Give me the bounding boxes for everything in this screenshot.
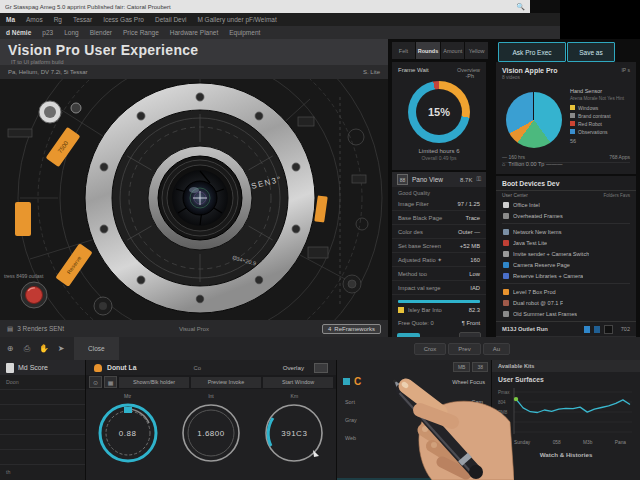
phone-icon: -Ph [465,73,474,79]
address-text[interactable]: Gr Stasspag Ameg 5.0 apprint Published f… [5,4,516,10]
menu-item[interactable]: Detail Devi [155,16,186,23]
panel-menu-icon[interactable] [314,363,328,373]
target-icon[interactable]: ⊕ [3,341,17,356]
ask-pro-exec-button[interactable]: Ask Pro Exec [498,42,566,62]
printer-icon[interactable]: ⎙ [20,341,34,356]
score-row[interactable] [0,435,85,450]
svg-text:0Gm: 0Gm [498,420,508,425]
grid-view-icon[interactable]: ▦ [104,376,117,388]
blue-flag-icon[interactable] [584,326,590,333]
hand-panel-row[interactable]: Gray720p [343,417,485,423]
device-row[interactable]: Overheated Frames [496,210,636,221]
chart-header: Available Kits [492,360,640,372]
bar-value-row: Isley Bar Into82.3 [392,303,486,316]
close-tab[interactable]: Close [74,337,119,360]
menu-item[interactable]: Tessar [73,16,92,23]
prop-row[interactable]: Image Filter97 / 1.25 [392,197,486,211]
device-row[interactable]: Dual robot @ 07.1 F [496,297,636,308]
device-row[interactable]: Java Test Lite [496,237,636,248]
gauge-dial[interactable]: Int 1.6800 [173,393,249,466]
menu-item[interactable]: Amos [26,16,43,23]
legend-item[interactable]: Brand contrast [570,113,632,119]
score-row[interactable]: Doon [0,375,85,390]
donut-caption-2: Overall 0.49 fps [392,155,486,161]
device-row[interactable]: Level 7 Box Prod [496,286,636,297]
prop-row[interactable]: Color desOuter — [392,225,486,239]
gauge-dial[interactable]: Km 391C3 [256,393,332,466]
prop-row[interactable]: Base Black PageTrace [392,211,486,225]
device-row[interactable]: Camera Reserve Page [496,259,636,270]
tab-rounds[interactable]: Rounds [416,42,440,59]
device-row[interactable]: Old Summer Last Frames [496,308,636,319]
browser-address-bar[interactable]: Gr Stasspag Ameg 5.0 apprint Published f… [0,0,530,13]
chart-title: User Surfaces [492,372,640,383]
score-row[interactable] [0,420,85,435]
hand-panel-row[interactable]: SortCam [343,399,485,405]
menu-item[interactable]: Equipment [229,29,260,36]
gauge-tab[interactable]: Start Window [263,377,333,388]
device-row[interactable]: Office Intel [496,199,636,210]
c-logo: C [354,376,361,387]
prop-row[interactable]: Impact val sergeIAD [392,281,486,295]
au-button[interactable]: Au [483,343,510,355]
viewer-toolbar-right[interactable]: S. Lite [363,69,380,75]
menu-item[interactable]: Price Range [123,29,159,36]
gauge-tab[interactable]: Preview Invoke [191,377,261,388]
menu-item[interactable]: Icess Gas Pro [103,16,144,23]
legend-count: 56 [570,138,632,144]
menu-item[interactable]: Hardware Planet [170,29,218,36]
tab-yellow[interactable]: Yellow [465,42,488,59]
pie-bottom-row[interactable]: ⌂ Trillion 0.00 Tp ——— [502,161,562,167]
hand-panel-row[interactable]: WebVitae [343,435,485,441]
legend-item[interactable]: Red Robot [570,121,632,127]
menu-item[interactable]: Blender [90,29,112,36]
reframe-button[interactable]: 4ReFrameworks [322,324,381,334]
lock-icon[interactable]: ⚿ [476,176,481,183]
pie-title: Vision Apple Pro [502,67,621,74]
search-icon[interactable]: 🔍 [516,3,525,11]
num-button[interactable]: 38 [472,362,488,372]
menu-item[interactable]: p23 [42,29,53,36]
viewer-toolbar-items[interactable]: Pa, Helium, DV 7.2i, 5i Tessar [8,69,363,75]
tab-felt[interactable]: Felt [392,42,415,59]
camera-lens-viewport[interactable]: 7500 Reserve [0,79,388,320]
legend-item[interactable]: Observations [570,129,632,135]
device-row[interactable]: Reserve Libraries + Camera [496,270,636,281]
frame-wait-card: Frame Wait Overview 15% -Ph Limited hour… [392,62,486,170]
prev-button[interactable]: Prev [448,343,480,355]
gauge-tab[interactable]: Shown/Blk holder [119,377,189,388]
hand-tool-icon[interactable]: ✋ [37,341,51,356]
save-as-button[interactable]: Save as [567,42,615,62]
bottom-toolbar: ⊕ ⎙ ✋ ➤ Close Crox Prev Au [0,337,640,360]
menu-item[interactable]: Rg [54,16,62,23]
score-row[interactable] [0,390,85,405]
mb-button[interactable]: MB [453,362,471,372]
prop-row[interactable]: Adjusted Ratio ✦160 [392,253,486,267]
anchor-icon[interactable] [604,325,613,334]
prop-row[interactable]: Set base Screen+52 MB [392,239,486,253]
pie-badge: IP s [621,67,630,74]
device-row[interactable]: Network New Items [496,226,636,237]
gauge-dial[interactable]: Mtr 0.88 [90,393,166,466]
score-row[interactable] [0,405,85,420]
menu-item[interactable]: d Némie [6,29,31,36]
crox-button[interactable]: Crox [414,343,447,355]
device-row[interactable]: Invite sender + Camera Switch [496,248,636,259]
menu-item[interactable]: Long [64,29,78,36]
devices-panel: Boot Devices Dev User Center Folders Fav… [496,176,636,344]
score-row[interactable] [0,450,85,465]
menu-item[interactable]: Ma [6,16,15,23]
menu-item[interactable]: M Gallery under pF/Weimat [197,16,276,23]
lens-blueprint-image: 7500 Reserve [0,79,388,320]
score-panel: Md Score Doon th [0,360,85,480]
zoom-icon[interactable]: ⊙ [89,376,102,388]
legend-item[interactable]: Windows [570,105,632,111]
app-window: Gr Stasspag Ameg 5.0 apprint Published f… [0,0,640,480]
score-row[interactable]: th [0,465,85,479]
home-icon: ⌂ [502,161,505,167]
prop-row[interactable]: Method tooLow [392,267,486,281]
viewer-status-bar: ▤ 3 Renders SENt Visual Prox 4ReFramewor… [0,320,388,337]
tab-amount[interactable]: Amount [441,42,464,59]
cursor-icon[interactable]: ➤ [54,341,68,356]
blue-flag-icon[interactable] [594,326,600,333]
